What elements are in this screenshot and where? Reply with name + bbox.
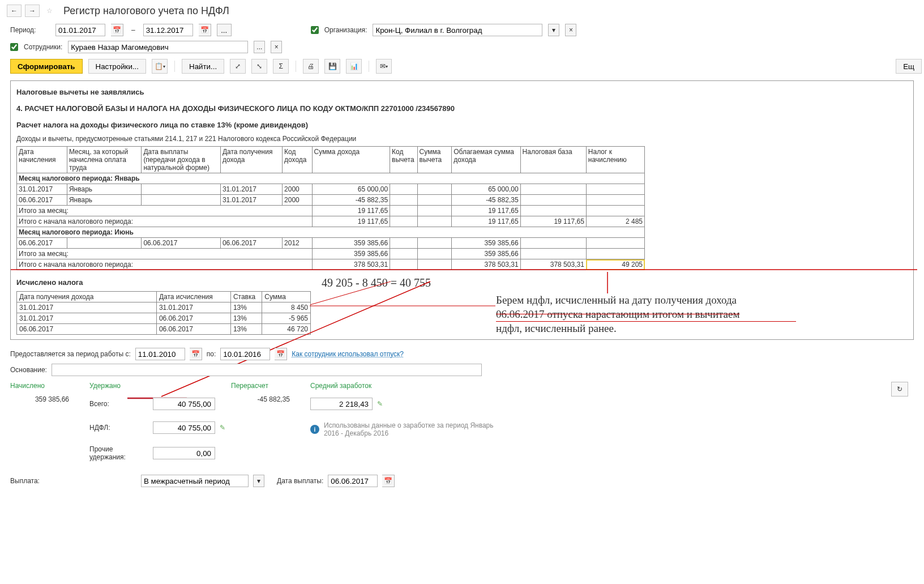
calendar-to-icon[interactable]: 📅: [199, 24, 211, 36]
calc13-title: Расчет налога на доходы физического лица…: [16, 121, 908, 129]
emp-input[interactable]: [68, 41, 248, 53]
emp-label: Сотрудники:: [24, 43, 62, 51]
vypl-date-input[interactable]: [328, 475, 378, 487]
save-icon[interactable]: 💾: [324, 59, 340, 74]
emp-checkbox[interactable]: [10, 43, 18, 51]
subtotal-period-row: Итого с начала налогового периода: 378 5…: [17, 259, 645, 270]
work-period-label: Предоставляется за период работы с:: [10, 350, 131, 358]
calendar-from-icon[interactable]: 📅: [111, 24, 123, 36]
nach-value: 359 385,66: [10, 394, 72, 407]
period-label: Период:: [10, 26, 50, 34]
org-input[interactable]: [373, 24, 542, 36]
work-to-input[interactable]: [220, 348, 270, 360]
refresh-button[interactable]: ↻: [891, 382, 908, 397]
tax-to-accrue-cell: 49 205: [586, 259, 644, 270]
sum-icon[interactable]: Σ: [273, 59, 289, 74]
vsego-input[interactable]: [153, 398, 215, 410]
work-to-cal-icon[interactable]: 📅: [275, 348, 287, 360]
subtotal-month-row: Итого за месяц: 19 117,65 19 117,65: [17, 206, 645, 216]
date-from-input[interactable]: [55, 24, 105, 36]
taxcalc-title: Исчислено налога: [16, 278, 908, 287]
po-label: по:: [207, 350, 216, 358]
table-row: 31.01.2017Январь 31.01.20172000 65 000,0…: [17, 184, 645, 195]
work-from-cal-icon[interactable]: 📅: [190, 348, 202, 360]
nach-header: Начислено: [10, 382, 72, 390]
tax-row: 31.01.201706.06.2017 13%-5 965: [17, 313, 311, 324]
org-clear-button[interactable]: ×: [565, 24, 576, 36]
codex-text: Доходы и вычеты, предусмотренные статьям…: [16, 135, 908, 143]
find-button[interactable]: Найти...: [182, 59, 224, 74]
vypl-dropdown-icon[interactable]: ▾: [253, 475, 264, 487]
perer-header: Перерасчет: [231, 382, 293, 390]
table-row: 06.06.2017Январь 31.01.20172000 -45 882,…: [17, 195, 645, 206]
uder-header: Удержано: [89, 382, 214, 390]
pencil-icon[interactable]: ✎: [220, 424, 225, 432]
page-title: Регистр налогового учета по НДФЛ: [63, 5, 229, 17]
more-button[interactable]: Ещ: [896, 59, 922, 74]
subtotal-month-row: Итого за месяц: 359 385,66 359 385,66: [17, 249, 645, 259]
ndfl-input[interactable]: [153, 421, 215, 434]
org-dropdown-button[interactable]: ▾: [548, 24, 559, 36]
emp-more-button[interactable]: ...: [254, 41, 265, 53]
subtotal-period-row: Итого с начала налогового периода: 19 11…: [17, 216, 645, 227]
table-row: 06.06.2017 06.06.201706.06.2017 2012359 …: [17, 238, 645, 249]
tax-header-row: Дата получения дохода Дата исчисления Ст…: [17, 292, 311, 302]
osnov-input[interactable]: [52, 364, 482, 376]
month-jun-row: Месяц налогового периода: Июнь: [17, 227, 645, 238]
expand-icon[interactable]: ⤢: [230, 59, 246, 74]
chart-icon[interactable]: 📊: [346, 59, 362, 74]
pencil-icon[interactable]: ✎: [377, 400, 383, 408]
osnov-label: Основание:: [10, 366, 47, 374]
emp-clear-button[interactable]: ×: [271, 41, 282, 53]
income-table: Дата начисления Месяц, за который начисл…: [16, 146, 645, 270]
tax-row: 06.06.201706.06.2017 13%46 720: [17, 324, 311, 335]
sred-input[interactable]: [310, 398, 373, 410]
vacation-usage-link[interactable]: Как сотрудник использовал отпуск?: [292, 350, 404, 358]
sred-header: Средний заработок: [310, 382, 508, 390]
settings-button[interactable]: Настройки...: [88, 59, 146, 74]
dash: –: [131, 26, 135, 34]
save-variant-icon[interactable]: 📋▾: [152, 59, 168, 74]
vypl-date-label: Дата выплаты:: [277, 477, 323, 485]
date-to-input[interactable]: [143, 24, 193, 36]
info-icon: i: [310, 425, 319, 434]
annotation-text: Берем ндфл, исчисленный на дату получени…: [496, 293, 796, 336]
collapse-icon[interactable]: ⤡: [251, 59, 267, 74]
other-input[interactable]: [153, 447, 215, 459]
table-header-row: Дата начисления Месяц, за который начисл…: [17, 147, 645, 173]
vypl-date-cal-icon[interactable]: 📅: [382, 475, 395, 487]
back-button[interactable]: ←: [7, 5, 22, 17]
period-more-button[interactable]: ...: [217, 24, 232, 36]
tax-table: Дата получения дохода Дата исчисления Ст…: [16, 291, 311, 335]
vypl-select[interactable]: [141, 475, 249, 487]
print-icon[interactable]: 🖨: [303, 59, 319, 74]
favorite-star-icon[interactable]: ☆: [43, 5, 55, 17]
form-button[interactable]: Сформировать: [10, 59, 83, 74]
vypl-label: Выплата:: [10, 477, 67, 485]
org-checkbox[interactable]: [311, 26, 319, 34]
formula-annotation: 49 205 - 8 450 = 40 755: [322, 276, 431, 289]
perer-value: -45 882,35: [231, 394, 293, 407]
tax-row: 31.01.201731.01.2017 13%8 450: [17, 302, 311, 313]
section4-title: 4. РАСЧЕТ НАЛОГОВОЙ БАЗЫ И НАЛОГА НА ДОХ…: [16, 104, 908, 113]
email-icon[interactable]: ✉▾: [376, 59, 392, 74]
forward-button[interactable]: →: [25, 5, 40, 17]
org-label: Организация:: [324, 26, 367, 34]
work-from-input[interactable]: [135, 348, 185, 360]
deductions-text: Налоговые вычеты не заявлялись: [16, 88, 908, 96]
month-jan-row: Месяц налогового периода: Январь: [17, 173, 645, 184]
